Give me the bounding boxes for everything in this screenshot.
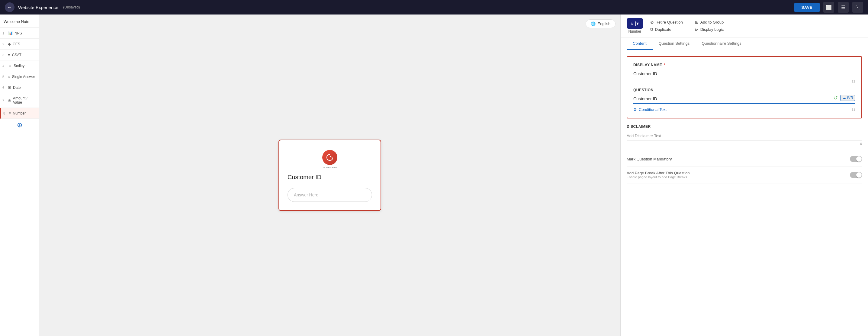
logo-subtitle: ACME Demo (323, 166, 337, 169)
unsaved-label: (Unsaved) (63, 5, 80, 9)
actions-grid: ⊘ Retire Question ⊞ Add to Group ⧉ Dupli… (650, 20, 728, 32)
type-button[interactable]: # |▾ (627, 18, 643, 29)
type-label: Number (628, 29, 641, 34)
single-answer-icon: ○ (8, 74, 10, 79)
canvas-area: 🌐 English ACME Demo Customer ID Answer H… (39, 14, 620, 336)
page-break-toggle[interactable] (850, 172, 862, 178)
topbar: ← Website Experience (Unsaved) SAVE ⬜ ☰ … (0, 0, 868, 14)
ivr-button[interactable]: ☁ IVR (840, 95, 855, 101)
ces-icon: ◆ (8, 42, 11, 46)
right-panel: # |▾ Number ⊘ Retire Question ⊞ Add to G… (620, 14, 868, 336)
retire-question-button[interactable]: ⊘ Retire Question (650, 20, 683, 25)
page-break-toggle-row: Add Page Break After This Question Enabl… (627, 166, 862, 183)
sidebar-item-amount[interactable]: 7 ⊙ Amount / Value (0, 93, 39, 108)
retire-icon: ⊘ (650, 20, 654, 25)
sidebar-num-6: 6 (2, 86, 4, 89)
duplicate-label: Duplicate (655, 27, 672, 32)
sidebar-num-4: 4 (2, 64, 4, 68)
sidebar-item-single-answer[interactable]: 5 ○ Single Answer (0, 71, 39, 82)
tab-question-settings[interactable]: Question Settings (653, 37, 696, 50)
tab-content[interactable]: Content (627, 37, 653, 50)
sidebar-num-3: 3 (2, 53, 4, 57)
disclaimer-input[interactable] (627, 131, 862, 141)
tab-questionnaire-settings[interactable]: Questionnaire Settings (695, 37, 747, 50)
conditional-text-button[interactable]: ⚙ Conditional Text (633, 107, 666, 112)
preview-button[interactable]: ⬜ (823, 2, 834, 13)
duplicate-button[interactable]: ⧉ Duplicate (650, 27, 683, 32)
sidebar-item-smiley[interactable]: 4 ☺ Smiley (0, 60, 39, 71)
sidebar-num-1: 1 (2, 31, 4, 35)
sidebar-num-7: 7 (2, 98, 4, 102)
amount-label: Amount / Value (13, 96, 35, 104)
survey-card: ACME Demo Customer ID Answer Here (278, 140, 381, 211)
sidebar-item-ces[interactable]: 2 ◆ CES (0, 39, 39, 50)
card-question-title: Customer ID (287, 174, 372, 181)
back-button[interactable]: ← (5, 2, 14, 12)
question-label: QUESTION (633, 88, 855, 92)
sidebar-num-8: 8 (3, 112, 5, 115)
display-name-group: DISPLAY NAME * 11 (633, 63, 855, 83)
rp-toolbar: # |▾ Number ⊘ Retire Question ⊞ Add to G… (621, 14, 868, 37)
display-name-char-count: 11 (633, 80, 855, 83)
flow-icon: ⋱ (855, 4, 860, 10)
menu-icon: ☰ (841, 4, 845, 10)
question-group: QUESTION ↺ ☁ IVR (633, 88, 855, 112)
sidebar-item-nps[interactable]: 1 📊 NPS (0, 28, 39, 39)
sidebar: Welcome Note 1 📊 NPS 2 ◆ CES 3 ♥ CSAT 4 (0, 14, 39, 336)
retire-label: Retire Question (656, 20, 683, 25)
rp-content: DISPLAY NAME * 11 QUESTION ↺ ☁ (621, 50, 868, 336)
disclaimer-section: DISCLAIMER 0 (627, 124, 862, 146)
mandatory-label: Mark Question Mandatory (627, 157, 672, 161)
smiley-label: Smiley (13, 64, 25, 68)
language-label: English (597, 22, 610, 26)
add-group-label: Add to Group (701, 20, 724, 25)
mandatory-toggle-knob (856, 156, 862, 162)
sidebar-num-2: 2 (2, 42, 4, 46)
csat-label: CSAT (12, 53, 22, 57)
mandatory-toggle[interactable] (850, 156, 862, 162)
sidebar-welcome[interactable]: Welcome Note (0, 14, 39, 28)
page-break-label: Add Page Break After This Question (627, 171, 690, 175)
nps-label: NPS (14, 31, 22, 35)
page-break-toggle-knob (856, 172, 862, 178)
upload-icon: ☁ (842, 96, 846, 100)
page-break-labels: Add Page Break After This Question Enabl… (627, 171, 690, 179)
conditional-text-label: Conditional Text (639, 107, 666, 112)
sidebar-item-number[interactable]: 8 # Number (0, 108, 39, 119)
question-icons: ↺ ☁ IVR (833, 95, 855, 101)
flow-button[interactable]: ⋱ (852, 2, 863, 13)
add-icon: ⊕ (17, 121, 22, 129)
display-logic-label: Display Logic (701, 27, 724, 32)
ivr-label: IVR (847, 96, 853, 100)
question-field-wrapper: ↺ ☁ IVR (633, 95, 855, 104)
sidebar-item-date[interactable]: 6 ⊞ Date (0, 82, 39, 93)
main-layout: Welcome Note 1 📊 NPS 2 ◆ CES 3 ♥ CSAT 4 (0, 14, 868, 336)
refresh-icon[interactable]: ↺ (833, 95, 838, 101)
smiley-icon: ☺ (8, 63, 12, 68)
add-question-button[interactable]: ⊕ (0, 119, 39, 131)
sidebar-item-csat[interactable]: 3 ♥ CSAT (0, 50, 39, 60)
mandatory-toggle-row: Mark Question Mandatory (627, 152, 862, 166)
duplicate-icon: ⧉ (650, 27, 653, 32)
disclaimer-char-count: 0 (627, 142, 862, 146)
display-name-input[interactable] (633, 69, 855, 78)
menu-button[interactable]: ☰ (838, 2, 849, 13)
date-label: Date (13, 86, 21, 90)
amount-icon: ⊙ (8, 98, 11, 103)
language-icon: 🌐 (591, 22, 596, 26)
preview-icon: ⬜ (826, 4, 832, 10)
type-wrapper: # |▾ Number (627, 18, 643, 34)
add-to-group-button[interactable]: ⊞ Add to Group (695, 20, 727, 25)
page-title: Website Experience (18, 5, 58, 10)
conditional-text-gear-icon: ⚙ (633, 107, 637, 112)
single-answer-label: Single Answer (12, 74, 35, 79)
answer-box: Answer Here (287, 188, 372, 202)
question-input[interactable] (633, 95, 855, 104)
save-button[interactable]: SAVE (794, 3, 820, 12)
nps-icon: 📊 (8, 31, 13, 35)
main-content-section: DISPLAY NAME * 11 QUESTION ↺ ☁ (627, 56, 862, 118)
display-logic-button[interactable]: ⊳ Display Logic (695, 27, 727, 32)
language-button[interactable]: 🌐 English (586, 19, 616, 28)
add-group-icon: ⊞ (695, 20, 699, 25)
conditional-text-row: ⚙ Conditional Text 11 (633, 107, 855, 112)
